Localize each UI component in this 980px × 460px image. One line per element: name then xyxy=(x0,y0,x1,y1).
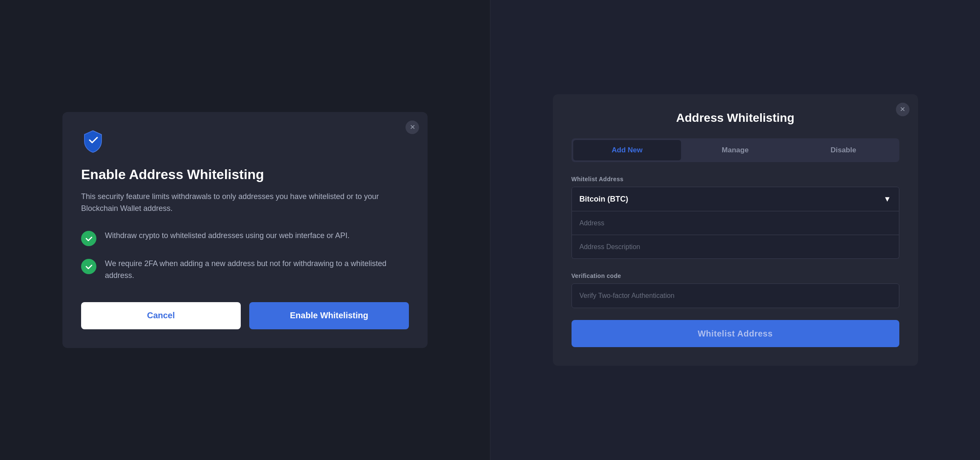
address-fields-group: Bitcoin (BTC) ▼ xyxy=(572,187,899,259)
verification-section: Verification code xyxy=(572,272,899,308)
address-description-input-wrapper xyxy=(572,235,899,259)
verification-input-wrapper xyxy=(572,283,899,308)
shield-icon xyxy=(81,129,105,153)
tab-bar: Add New Manage Disable xyxy=(572,138,899,162)
tab-disable[interactable]: Disable xyxy=(789,140,898,160)
modal-description: This security feature limits withdrawals… xyxy=(81,191,409,215)
check-icon-2 xyxy=(81,259,96,274)
cancel-button[interactable]: Cancel xyxy=(81,302,241,329)
chevron-down-icon: ▼ xyxy=(884,195,891,204)
close-button-right[interactable]: ✕ xyxy=(896,103,910,116)
enable-whitelisting-modal: ✕ Enable Address Whitelisting This secur… xyxy=(62,112,428,348)
shield-icon-wrap xyxy=(81,129,409,154)
whitelist-address-label: Whitelist Address xyxy=(572,176,899,182)
check-icon-1 xyxy=(81,231,96,246)
feature-text-2: We require 2FA when adding a new address… xyxy=(105,258,409,282)
address-description-input[interactable] xyxy=(580,243,891,251)
feature-item-2: We require 2FA when adding a new address… xyxy=(81,258,409,282)
close-icon: ✕ xyxy=(410,124,415,131)
currency-selected-value: Bitcoin (BTC) xyxy=(580,195,628,204)
modal-title: Enable Address Whitelisting xyxy=(81,166,409,182)
whitelist-address-button[interactable]: Whitelist Address xyxy=(572,320,899,347)
currency-dropdown[interactable]: Bitcoin (BTC) ▼ xyxy=(572,187,899,211)
left-panel: ✕ Enable Address Whitelisting This secur… xyxy=(0,0,490,460)
address-whitelisting-modal: ✕ Address Whitelisting Add New Manage Di… xyxy=(553,94,918,366)
close-icon-right: ✕ xyxy=(900,106,905,113)
right-modal-title: Address Whitelisting xyxy=(572,111,899,125)
address-input[interactable] xyxy=(580,219,891,227)
right-panel: ✕ Address Whitelisting Add New Manage Di… xyxy=(490,0,980,460)
verification-label: Verification code xyxy=(572,272,899,279)
action-buttons: Cancel Enable Whitelisting xyxy=(81,302,409,329)
close-button-left[interactable]: ✕ xyxy=(406,121,419,134)
tab-add-new[interactable]: Add New xyxy=(573,140,681,160)
address-input-wrapper xyxy=(572,211,899,235)
feature-list: Withdraw crypto to whitelisted addresses… xyxy=(81,230,409,282)
tab-manage[interactable]: Manage xyxy=(681,140,789,160)
feature-item-1: Withdraw crypto to whitelisted addresses… xyxy=(81,230,409,246)
feature-text-1: Withdraw crypto to whitelisted addresses… xyxy=(105,230,349,242)
enable-whitelisting-button[interactable]: Enable Whitelisting xyxy=(249,302,409,329)
verification-input[interactable] xyxy=(580,292,891,300)
